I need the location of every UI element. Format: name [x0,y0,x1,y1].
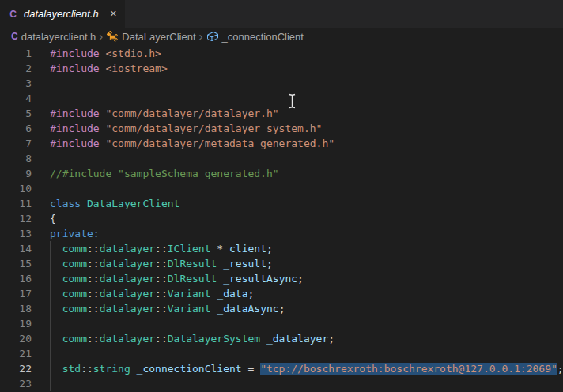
indent-guide [50,316,51,331]
code-line[interactable]: 5#include "comm/datalayer/datalayer.h" [0,106,563,121]
line-number: 18 [0,301,32,316]
symbol-field-icon [206,30,219,43]
code-token: comm [62,258,87,270]
code-line[interactable]: 15 comm::datalayer::DlResult _result; [0,256,563,271]
code-line[interactable]: 13private: [0,226,563,241]
code-token: _resultAsync [223,273,297,285]
code-line[interactable]: 16 comm::datalayer::DlResult _resultAsyn… [0,271,563,286]
line-number: 6 [0,121,32,136]
indent-guide [50,241,51,256]
code-token: DlResult [168,273,217,285]
code-lines: 1#include <stdio.h>2#include <iostream>3… [0,46,563,391]
code-token: comm [62,303,87,315]
code-editor[interactable]: 1#include <stdio.h>2#include <iostream>3… [0,45,563,391]
code-line[interactable]: 19 [0,316,563,331]
code-token: comm [62,288,87,300]
code-token: _connectionClient [137,363,242,375]
code-token: "tcp://boschrexroth:boschrexroth@127.0.0… [260,363,557,375]
code-token: ; [297,273,304,285]
code-line[interactable]: 21 [0,346,563,361]
code-token: comm [62,243,87,254]
code-line[interactable]: 12{ [0,211,563,226]
breadcrumb-item-label: _connectionClient [222,31,304,43]
code-token: ; [557,363,563,375]
line-number: 21 [0,346,32,361]
indent-guide [50,361,51,376]
code-line[interactable]: 6#include "comm/datalayer/datalayer_syst… [0,121,563,136]
code-token: ; [279,303,285,315]
code-line[interactable]: 3 [0,76,563,91]
code-token: private: [50,228,100,239]
indent-guide [50,346,51,361]
line-number: 23 [0,376,32,391]
code-token: * [211,243,224,254]
breadcrumb-item[interactable]: DataLayerClient [106,30,195,43]
code-token: :: [87,273,100,285]
code-token: datalayer [100,273,155,285]
code-token: ; [266,258,273,270]
code-token: { [50,213,56,224]
code-token [50,288,62,300]
code-line[interactable]: 8 [0,151,563,166]
indent-guide [50,301,51,316]
code-line[interactable]: 10 [0,181,563,196]
code-line[interactable]: 2#include <iostream> [0,61,563,76]
code-line[interactable]: 17 comm::datalayer::Variant _data; [0,286,563,301]
code-line[interactable]: 23 [0,376,563,391]
code-line[interactable]: 14 comm::datalayer::IClient *_client; [0,241,563,256]
code-token: //#include "sampleSchema_generated.h" [50,168,279,179]
code-token: "comm/datalayer/metadata_generated.h" [105,138,334,149]
code-line[interactable]: 1#include <stdio.h> [0,46,563,61]
line-number: 16 [0,271,32,286]
symbol-class-icon [106,30,119,43]
line-number: 17 [0,286,32,301]
code-token: <stdio.h> [105,47,161,59]
code-token: #include [50,122,100,134]
line-number: 14 [0,241,32,256]
breadcrumb-separator-icon: › [96,30,106,42]
breadcrumb-item[interactable]: _connectionClient [206,30,304,43]
code-line[interactable]: 22 std::string _connectionClient = "tcp:… [0,361,563,376]
line-number: 22 [0,361,32,376]
code-token: _dataAsync [217,303,278,315]
code-line[interactable]: 9//#include "sampleSchema_generated.h" [0,166,563,181]
breadcrumb-item[interactable]: Cdatalayerclient.h [11,31,96,43]
code-token: datalayer [100,243,155,254]
code-token: datalayer [100,288,155,300]
line-number: 12 [0,211,32,226]
tab-datalayerclient-h[interactable]: C datalayerclient.h ✕ [0,0,125,28]
breadcrumb-item-label: datalayerclient.h [21,31,96,43]
line-number: 2 [0,61,32,76]
indent-guide [50,376,51,391]
code-token: #include [50,47,100,59]
code-token: #include [50,138,100,149]
code-token: Variant [168,303,211,315]
code-token: :: [87,303,100,315]
code-line[interactable]: 11class DataLayerClient [0,196,563,211]
code-token [81,198,87,209]
code-token: ; [328,333,334,345]
code-line[interactable]: 20 comm::datalayer::DatalayerSystem _dat… [0,331,563,346]
code-line[interactable]: 4 [0,91,563,106]
code-line[interactable]: 18 comm::datalayer::Variant _dataAsync; [0,301,563,316]
code-token: comm [62,273,87,285]
code-token: _client [223,243,266,254]
code-token: DatalayerSystem [168,333,260,345]
breadcrumb: Cdatalayerclient.h›DataLayerClient›_conn… [0,28,563,45]
code-token [217,258,223,270]
code-token: :: [155,243,168,254]
indent-guide [50,271,51,286]
code-token: :: [87,243,100,254]
line-number: 1 [0,46,32,61]
line-number: 8 [0,151,32,166]
close-icon[interactable]: ✕ [110,9,117,18]
code-token: IClient [168,243,211,254]
code-token: #include [50,107,100,119]
line-number: 4 [0,91,32,106]
code-line[interactable]: 7#include "comm/datalayer/metadata_gener… [0,136,563,151]
code-token: class [50,198,81,209]
breadcrumb-item-label: DataLayerClient [122,31,195,43]
breadcrumb-separator-icon: › [196,30,206,42]
code-token: datalayer [100,258,155,270]
line-number: 19 [0,316,32,331]
